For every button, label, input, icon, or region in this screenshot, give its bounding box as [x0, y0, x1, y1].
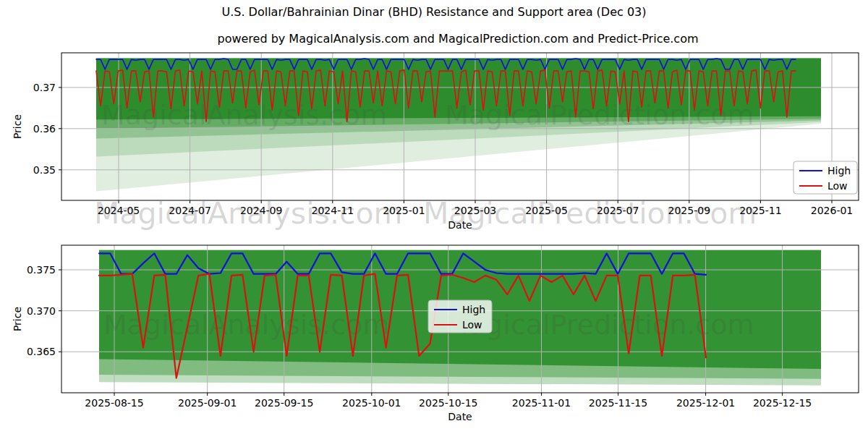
top-x-tick-label: 2025-11 [739, 205, 782, 216]
top-x-tick-label: 2024-11 [312, 205, 354, 216]
top-x-tick-label: 2026-01 [811, 205, 854, 216]
bottom-y-tick-labels: 0.3650.3700.375 [27, 264, 61, 357]
bottom-legend: HighLow [428, 300, 492, 333]
legend-low-label: Low [462, 319, 482, 331]
legend-low-label: Low [827, 180, 848, 192]
top-chart: MagicalAnalysis.comMagicalPrediction.com… [33, 53, 859, 216]
top-x-tick-label: 2024-07 [169, 205, 211, 216]
bottom-x-tick-label: 2025-09-01 [178, 397, 237, 409]
top-legend: HighLow [793, 161, 857, 194]
top-x-tick-label: 2024-09 [240, 205, 283, 216]
bottom-x-tick-label: 2025-11-01 [512, 397, 571, 409]
top-chart-y-axis-title: Price [12, 114, 23, 139]
bottom-x-tick-label: 2025-08-15 [85, 397, 143, 409]
bottom-y-tick-label: 0.370 [27, 305, 56, 317]
bottom-chart-y-axis-title: Price [12, 307, 23, 331]
top-x-tick-label: 2025-01 [383, 205, 425, 216]
top-y-tick-label: 0.35 [33, 164, 56, 176]
top-x-tick-label: 2024-05 [98, 205, 140, 216]
bottom-x-tick-label: 2025-12-01 [676, 397, 735, 409]
top-x-tick-label: 2025-09 [668, 205, 711, 216]
top-y-tick-label: 0.37 [33, 82, 56, 93]
bottom-chart-x-axis-title: Date [448, 411, 472, 422]
top-chart-x-axis-title: Date [448, 219, 472, 231]
top-x-tick-label: 2025-03 [454, 205, 497, 216]
figure: MagicalAnalysis.comMagicalPrediction.com… [0, 0, 868, 434]
bottom-y-tick-label: 0.375 [27, 264, 56, 276]
top-y-tick-label: 0.36 [33, 123, 56, 135]
top-chart-watermark: MagicalAnalysis.com [101, 99, 387, 131]
bottom-x-tick-label: 2025-09-15 [255, 397, 313, 409]
bottom-x-tick-labels: 2025-08-152025-09-012025-09-152025-10-01… [85, 393, 812, 409]
figure-subtitle: powered by MagicalAnalysis.com and Magic… [217, 32, 698, 46]
top-x-tick-label: 2025-07 [597, 205, 639, 216]
charts-canvas: MagicalAnalysis.comMagicalPrediction.com… [0, 0, 868, 434]
bottom-x-tick-label: 2025-10-15 [419, 397, 477, 409]
bottom-x-tick-label: 2025-10-01 [342, 397, 401, 409]
legend-high-label: High [462, 304, 485, 315]
top-y-tick-labels: 0.350.360.37 [33, 82, 61, 176]
figure-title: U.S. Dollar/Bahrainian Dinar (BHD) Resis… [221, 5, 646, 19]
legend-high-label: High [827, 165, 851, 176]
top-x-tick-label: 2025-05 [525, 205, 568, 216]
bottom-x-tick-label: 2025-12-15 [753, 397, 812, 409]
bottom-chart: MagicalAnalysis.comMagicalPrediction.com… [27, 245, 859, 409]
bottom-x-tick-label: 2025-11-15 [589, 397, 647, 409]
bottom-y-tick-label: 0.365 [27, 346, 56, 357]
